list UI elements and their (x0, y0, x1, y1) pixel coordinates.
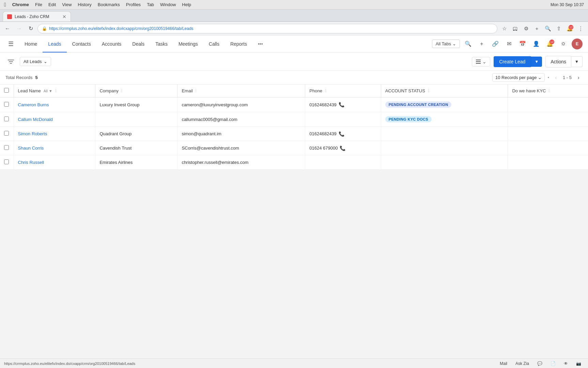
actions-dropdown-button[interactable]: ▼ (571, 56, 583, 67)
view-toggle-button[interactable]: ⌄ (472, 57, 490, 66)
menu-tab[interactable]: Tab (147, 2, 154, 7)
new-tab-button[interactable]: + (532, 24, 542, 33)
reload-button[interactable]: ↻ (26, 24, 35, 33)
statusbar-icon1[interactable]: 💬 (535, 361, 545, 367)
th-kyc[interactable]: Do we have KYC ⋮ (508, 85, 588, 97)
menu-help[interactable]: Help (182, 2, 191, 7)
row-3-email[interactable]: SCorris@cavendishtrust.com (177, 141, 305, 155)
email-button[interactable]: ✉ (504, 39, 514, 49)
external-link-button[interactable]: 🔗 (490, 39, 501, 49)
table-row[interactable]: Callum McDonaldcallummac0005@gmail.comPE… (0, 112, 588, 127)
th-phone-sort[interactable]: ⋮ (324, 89, 327, 93)
nav-home[interactable]: Home (19, 35, 43, 52)
table-row[interactable]: Cameron BurnsLuxury Invest Groupcameron@… (0, 97, 588, 112)
table-row[interactable]: Shaun CorrisCavendish TrustSCorris@caven… (0, 141, 588, 155)
th-email-sort[interactable]: ⋮ (194, 89, 198, 93)
back-button[interactable]: ← (3, 24, 12, 33)
row-2-email[interactable]: simon@quadrant.im (177, 127, 305, 141)
th-company-sort[interactable]: ⋮ (120, 89, 124, 93)
row-4-lead-name[interactable]: Chris Russell (14, 155, 95, 170)
menu-profiles[interactable]: Profiles (126, 2, 141, 7)
filter-button[interactable] (5, 56, 16, 67)
user-avatar[interactable]: E (572, 39, 583, 49)
lead-name-filter[interactable]: All ▼ (44, 89, 52, 93)
all-leads-dropdown[interactable]: All Leads ⌄ (20, 57, 51, 66)
row-3-lead-name[interactable]: Shaun Corris (14, 141, 95, 155)
menu-bookmarks[interactable]: Bookmarks (98, 2, 120, 7)
th-email[interactable]: Email ⋮ (177, 85, 305, 97)
statusbar-icon4[interactable]: 📷 (573, 361, 584, 367)
bell-button[interactable]: 🔔 12 (544, 39, 555, 49)
row-1-email[interactable]: callummac0005@gmail.com (177, 112, 305, 127)
nav-tasks[interactable]: Tasks (150, 35, 173, 52)
next-page-button[interactable]: › (574, 74, 583, 82)
extensions-button[interactable]: ⚙ (521, 24, 531, 33)
row-1-phone[interactable] (305, 112, 381, 127)
nav-deals[interactable]: Deals (127, 35, 150, 52)
zoom-button[interactable]: 🔍 (543, 24, 553, 33)
nav-reports[interactable]: Reports (225, 35, 252, 52)
plus-button[interactable]: + (476, 39, 487, 49)
row-4-phone[interactable] (305, 155, 381, 170)
row-4-email[interactable]: christopher.russell@emirates.com (177, 155, 305, 170)
settings-button[interactable]: ⋮ (576, 24, 585, 33)
row-1-checkbox-cell[interactable] (0, 112, 14, 127)
row-1-lead-name[interactable]: Callum McDonald (14, 112, 95, 127)
row-0-checkbox-cell[interactable] (0, 97, 14, 112)
menu-edit[interactable]: Edit (48, 2, 56, 7)
prev-page-button[interactable]: ‹ (552, 74, 560, 82)
apple-icon[interactable]:  (4, 2, 6, 8)
table-row[interactable]: Chris RussellEmirates Airlineschristophe… (0, 155, 588, 170)
nav-contacts[interactable]: Contacts (67, 35, 96, 52)
forward-button[interactable]: → (14, 24, 24, 33)
row-3-phone-icon[interactable]: 📞 (340, 145, 345, 151)
row-3-phone[interactable]: 01624 679000📞 (305, 141, 381, 155)
search-button[interactable]: 🔍 (463, 39, 474, 49)
ask-zia-button[interactable]: Ask Zia (513, 361, 532, 367)
th-account-status-sort[interactable]: ⋮ (427, 89, 430, 93)
menu-history[interactable]: History (78, 2, 91, 7)
all-tabs-button[interactable]: All Tabs ⌄ (432, 40, 460, 48)
row-0-lead-name-link[interactable]: Cameron Burns (18, 102, 49, 107)
row-2-checkbox-cell[interactable] (0, 127, 14, 141)
th-lead-name-sort[interactable]: ⋮ (54, 89, 58, 93)
th-account-status[interactable]: ACCOUNT STATUS ⋮ (381, 85, 508, 97)
row-0-phone-icon[interactable]: 📞 (339, 102, 344, 107)
calendar-button[interactable]: 📅 (517, 39, 528, 49)
nav-calls[interactable]: Calls (203, 35, 225, 52)
menu-file[interactable]: File (35, 2, 42, 7)
row-0-checkbox[interactable] (4, 102, 9, 107)
nav-accounts[interactable]: Accounts (96, 35, 127, 52)
notifications-button[interactable]: 🔔 12 (565, 24, 574, 33)
row-3-checkbox[interactable] (4, 145, 9, 150)
row-1-checkbox[interactable] (4, 117, 9, 121)
th-company[interactable]: Company ⋮ (95, 85, 177, 97)
row-2-phone-icon[interactable]: 📞 (339, 131, 344, 137)
nav-leads[interactable]: Leads (43, 35, 66, 52)
th-lead-name[interactable]: Lead Name All ▼ ⋮ (14, 85, 95, 97)
statusbar-icon2[interactable]: 📄 (548, 361, 558, 367)
th-kyc-sort[interactable]: ⋮ (547, 89, 551, 93)
app-name[interactable]: Chrome (12, 2, 29, 7)
th-select-all[interactable] (0, 85, 14, 97)
row-0-lead-name[interactable]: Cameron Burns (14, 97, 95, 112)
row-0-phone[interactable]: 01624682439📞 (305, 97, 381, 112)
settings-icon-button[interactable]: ⛭ (558, 39, 569, 49)
address-bar[interactable]: 🔒 https://crrmplus.zoho.eu/elitefx/index… (37, 24, 497, 33)
create-lead-button[interactable]: Create Lead (494, 56, 531, 67)
chrome-tab-active[interactable]: Leads - Zoho CRM ✕ (3, 11, 71, 21)
share-button[interactable]: ⇧ (554, 24, 563, 33)
row-2-checkbox[interactable] (4, 131, 9, 136)
select-all-checkbox[interactable] (4, 88, 9, 93)
nav-more[interactable]: ••• (252, 35, 268, 52)
statusbar-icon3[interactable]: 👁 (561, 361, 571, 367)
nav-meetings[interactable]: Meetings (173, 35, 203, 52)
th-phone[interactable]: Phone ⋮ (305, 85, 381, 97)
row-4-checkbox[interactable] (4, 159, 9, 164)
row-4-lead-name-link[interactable]: Chris Russell (18, 160, 44, 165)
menu-view[interactable]: View (62, 2, 72, 7)
tab-close-btn[interactable]: ✕ (62, 14, 66, 19)
hamburger-menu[interactable]: ☰ (5, 39, 16, 49)
actions-button[interactable]: Actions (545, 56, 571, 67)
row-1-lead-name-link[interactable]: Callum McDonald (18, 117, 53, 122)
